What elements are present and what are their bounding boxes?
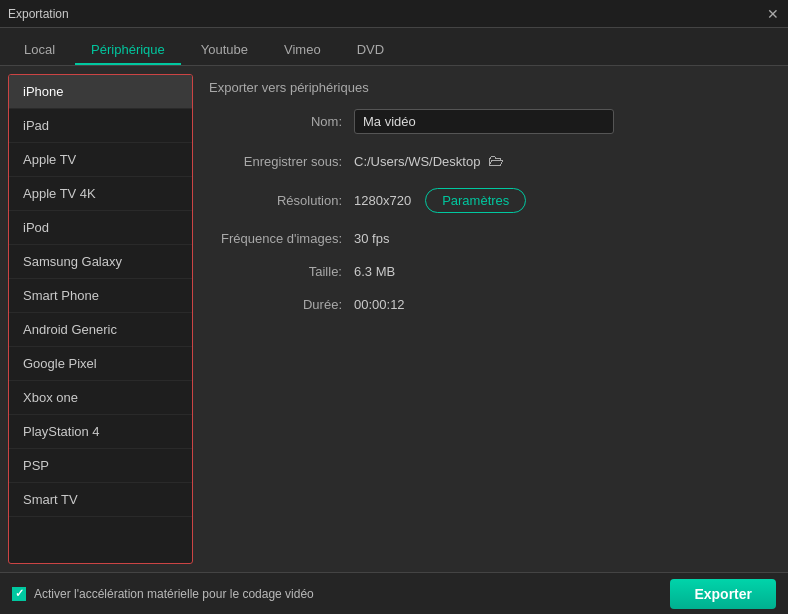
list-item[interactable]: Samsung Galaxy	[9, 245, 192, 279]
nom-label: Nom:	[209, 114, 354, 129]
tab-peripherique[interactable]: Périphérique	[75, 36, 181, 65]
framerate-value: 30 fps	[354, 231, 389, 246]
tab-youtube[interactable]: Youtube	[185, 36, 264, 65]
size-row: Taille: 6.3 MB	[209, 264, 772, 279]
window-title: Exportation	[8, 7, 69, 21]
path-value: C:/Users/WS/Desktop	[354, 154, 480, 169]
checkbox-row: Activer l'accélération matérielle pour l…	[12, 587, 314, 601]
list-item[interactable]: iPad	[9, 109, 192, 143]
resolution-row: Résolution: 1280x720 Paramètres	[209, 188, 772, 213]
checkbox-label: Activer l'accélération matérielle pour l…	[34, 587, 314, 601]
framerate-label: Fréquence d'images:	[209, 231, 354, 246]
duration-row: Durée: 00:00:12	[209, 297, 772, 312]
path-row: C:/Users/WS/Desktop 🗁	[354, 152, 504, 170]
nom-row: Nom:	[209, 109, 772, 134]
duration-label: Durée:	[209, 297, 354, 312]
tab-bar: Local Périphérique Youtube Vimeo DVD	[0, 28, 788, 66]
framerate-row: Fréquence d'images: 30 fps	[209, 231, 772, 246]
device-list: iPhoneiPadApple TVApple TV 4KiPodSamsung…	[8, 74, 193, 564]
list-item[interactable]: iPod	[9, 211, 192, 245]
list-item[interactable]: Xbox one	[9, 381, 192, 415]
folder-icon[interactable]: 🗁	[488, 152, 504, 170]
right-panel: Exporter vers périphériques Nom: Enregis…	[201, 74, 780, 564]
save-label: Enregistrer sous:	[209, 154, 354, 169]
tab-dvd[interactable]: DVD	[341, 36, 400, 65]
size-value: 6.3 MB	[354, 264, 395, 279]
list-item[interactable]: Smart TV	[9, 483, 192, 517]
main-content: iPhoneiPadApple TVApple TV 4KiPodSamsung…	[0, 66, 788, 572]
section-title: Exporter vers périphériques	[209, 78, 772, 95]
list-item[interactable]: PSP	[9, 449, 192, 483]
list-item[interactable]: Apple TV	[9, 143, 192, 177]
resolution-value-row: 1280x720 Paramètres	[354, 188, 526, 213]
size-label: Taille:	[209, 264, 354, 279]
resolution-label: Résolution:	[209, 193, 354, 208]
list-item[interactable]: iPhone	[9, 75, 192, 109]
params-button[interactable]: Paramètres	[425, 188, 526, 213]
hardware-accel-checkbox[interactable]	[12, 587, 26, 601]
tab-vimeo[interactable]: Vimeo	[268, 36, 337, 65]
export-button[interactable]: Exporter	[670, 579, 776, 609]
list-item[interactable]: PlayStation 4	[9, 415, 192, 449]
list-item[interactable]: Smart Phone	[9, 279, 192, 313]
list-item[interactable]: Apple TV 4K	[9, 177, 192, 211]
title-bar: Exportation ✕	[0, 0, 788, 28]
duration-value: 00:00:12	[354, 297, 405, 312]
list-item[interactable]: Android Generic	[9, 313, 192, 347]
list-item[interactable]: Google Pixel	[9, 347, 192, 381]
resolution-value: 1280x720	[354, 193, 411, 208]
tab-local[interactable]: Local	[8, 36, 71, 65]
save-row: Enregistrer sous: C:/Users/WS/Desktop 🗁	[209, 152, 772, 170]
close-button[interactable]: ✕	[766, 7, 780, 21]
nom-input[interactable]	[354, 109, 614, 134]
bottom-bar: Activer l'accélération matérielle pour l…	[0, 572, 788, 614]
